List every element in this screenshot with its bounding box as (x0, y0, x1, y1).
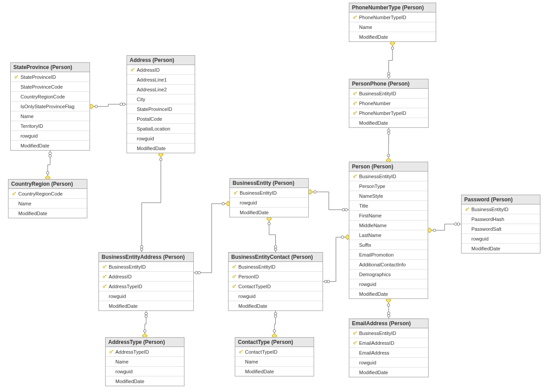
table-BusinessEntityContact[interactable]: BusinessEntityContact (Person)BusinessEn… (228, 252, 323, 311)
table-column-row[interactable]: rowguid (229, 291, 323, 301)
table-EmailAddress[interactable]: EmailAddress (Person)BusinessEntityIDEma… (349, 318, 429, 377)
table-column-row[interactable]: ModifiedDate (99, 301, 193, 310)
table-column-row[interactable]: Suffix (349, 240, 428, 250)
table-column-row[interactable]: BusinessEntityID (229, 262, 323, 272)
table-column-row[interactable]: StateProvinceID (11, 72, 90, 82)
table-column-row[interactable]: ModifiedDate (229, 301, 323, 310)
svg-line-98 (105, 275, 106, 276)
table-column-row[interactable]: CountryRegionCode (11, 92, 90, 102)
table-column-row[interactable]: PostalCode (127, 114, 195, 124)
table-header[interactable]: AddressType (Person) (106, 338, 184, 347)
table-header[interactable]: StateProvince (Person) (11, 63, 90, 72)
table-column-row[interactable]: FirstName (349, 211, 428, 220)
table-column-row[interactable]: Name (106, 357, 184, 367)
table-column-row[interactable]: MiddleName (349, 220, 428, 230)
table-column-row[interactable]: Name (349, 22, 436, 32)
table-column-row[interactable]: ModifiedDate (106, 376, 184, 386)
table-header[interactable]: BusinessEntityContact (Person) (229, 253, 323, 262)
table-column-row[interactable]: BusinessEntityID (349, 89, 428, 98)
table-column-row[interactable]: ModifiedDate (349, 289, 428, 298)
table-column-row[interactable]: EmailAddress (349, 348, 428, 358)
table-header[interactable]: Address (Person) (127, 56, 195, 65)
table-column-row[interactable]: NameStyle (349, 191, 428, 201)
table-column-row[interactable]: CountryRegionCode (8, 189, 87, 199)
table-column-row[interactable]: Name (235, 357, 314, 367)
table-ContactType[interactable]: ContactType (Person)ContactTypeIDNameMod… (235, 337, 314, 376)
table-column-row[interactable]: rowguid (11, 131, 90, 141)
table-AddressType[interactable]: AddressType (Person)AddressTypeIDNamerow… (105, 337, 184, 386)
table-column-row[interactable]: rowguid (106, 367, 184, 376)
column-name: AddressLine1 (136, 77, 167, 82)
table-column-row[interactable]: PhoneNumber (349, 98, 428, 108)
table-column-row[interactable]: rowguid (349, 358, 428, 368)
table-Password[interactable]: Password (Person)BusinessEntityIDPasswor… (461, 195, 540, 253)
table-PersonPhone[interactable]: PersonPhone (Person)BusinessEntityIDPhon… (349, 79, 429, 128)
table-column-row[interactable]: PhoneNumberTypeID (349, 108, 428, 118)
table-column-row[interactable]: AddressLine2 (127, 85, 195, 94)
table-PhoneNumberType[interactable]: PhoneNumberType (Person)PhoneNumberTypeI… (349, 3, 436, 42)
table-column-row[interactable]: BusinessEntityID (230, 188, 308, 198)
table-CountryRegion[interactable]: CountryRegion (Person)CountryRegionCodeN… (8, 179, 87, 218)
table-column-row[interactable]: ContactTypeID (235, 347, 314, 357)
table-column-row[interactable]: BusinessEntityID (349, 172, 428, 181)
table-column-row[interactable]: SpatialLocation (127, 124, 195, 134)
table-column-row[interactable]: ModifiedDate (462, 244, 540, 253)
table-header[interactable]: CountryRegion (Person) (8, 180, 87, 189)
table-column-row[interactable]: ModifiedDate (349, 368, 428, 377)
table-Address[interactable]: Address (Person)AddressIDAddressLine1Add… (127, 55, 195, 153)
table-column-row[interactable]: rowguid (462, 234, 540, 244)
table-column-row[interactable]: AddressID (127, 65, 195, 75)
table-column-row[interactable]: AddressTypeID (106, 347, 184, 357)
table-column-row[interactable]: PhoneNumberTypeID (349, 12, 436, 22)
table-header[interactable]: Person (Person) (349, 162, 428, 172)
table-header[interactable]: PhoneNumberType (Person) (349, 3, 436, 12)
table-column-row[interactable]: City (127, 94, 195, 104)
table-column-row[interactable]: EmailPromotion (349, 250, 428, 260)
table-column-row[interactable]: rowguid (99, 291, 193, 301)
table-column-row[interactable]: ModifiedDate (8, 208, 87, 218)
table-StateProvince[interactable]: StateProvince (Person)StateProvinceIDSta… (10, 62, 90, 151)
column-name: CountryRegionCode (20, 94, 65, 99)
table-column-row[interactable]: Title (349, 201, 428, 211)
table-column-row[interactable]: ModifiedDate (349, 32, 436, 41)
table-header[interactable]: BusinessEntityAddress (Person) (99, 253, 193, 262)
table-column-row[interactable]: ModifiedDate (349, 118, 428, 127)
table-column-row[interactable]: rowguid (230, 198, 308, 208)
table-column-row[interactable]: Name (11, 111, 90, 121)
table-header[interactable]: ContactType (Person) (235, 338, 314, 347)
table-column-row[interactable]: PasswordHash (462, 214, 540, 224)
table-column-row[interactable]: BusinessEntityID (349, 328, 428, 338)
table-column-row[interactable]: BusinessEntityID (462, 204, 540, 214)
table-column-row[interactable]: AddressLine1 (127, 75, 195, 85)
table-column-row[interactable]: ModifiedDate (127, 143, 195, 153)
table-column-row[interactable]: LastName (349, 230, 428, 240)
table-Person[interactable]: Person (Person)BusinessEntityIDPersonTyp… (349, 162, 428, 299)
table-column-row[interactable]: ModifiedDate (11, 141, 90, 150)
table-column-row[interactable]: IsOnlyStateProvinceFlag (11, 102, 90, 111)
svg-line-130 (356, 342, 356, 342)
table-column-row[interactable]: TerritoryID (11, 121, 90, 131)
table-column-row[interactable]: rowguid (349, 279, 428, 289)
table-column-row[interactable]: StateProvinceCode (11, 82, 90, 92)
table-column-row[interactable]: ModifiedDate (235, 367, 314, 376)
table-column-row[interactable]: PasswordSalt (462, 224, 540, 234)
table-header[interactable]: PersonPhone (Person) (349, 79, 428, 89)
table-column-row[interactable]: BusinessEntityID (99, 262, 193, 272)
table-BusinessEntityAddress[interactable]: BusinessEntityAddress (Person)BusinessEn… (98, 252, 194, 311)
table-column-row[interactable]: rowguid (127, 134, 195, 143)
table-column-row[interactable]: EmailAddressID (349, 338, 428, 348)
table-column-row[interactable]: Demographics (349, 270, 428, 279)
table-column-row[interactable]: ContactTypeID (229, 282, 323, 291)
table-column-row[interactable]: AddressID (99, 272, 193, 282)
table-column-row[interactable]: Name (8, 199, 87, 208)
table-header[interactable]: Password (Person) (462, 195, 540, 204)
table-BusinessEntity[interactable]: BusinessEntity (Person)BusinessEntityIDr… (229, 178, 309, 217)
table-header[interactable]: EmailAddress (Person) (349, 319, 428, 328)
table-column-row[interactable]: PersonID (229, 272, 323, 282)
table-header[interactable]: BusinessEntity (Person) (230, 179, 308, 188)
table-column-row[interactable]: StateProvinceID (127, 104, 195, 114)
table-column-row[interactable]: AdditionalContactInfo (349, 260, 428, 270)
table-column-row[interactable]: AddressTypeID (99, 282, 193, 291)
table-column-row[interactable]: ModifiedDate (230, 208, 308, 217)
table-column-row[interactable]: PersonType (349, 181, 428, 191)
